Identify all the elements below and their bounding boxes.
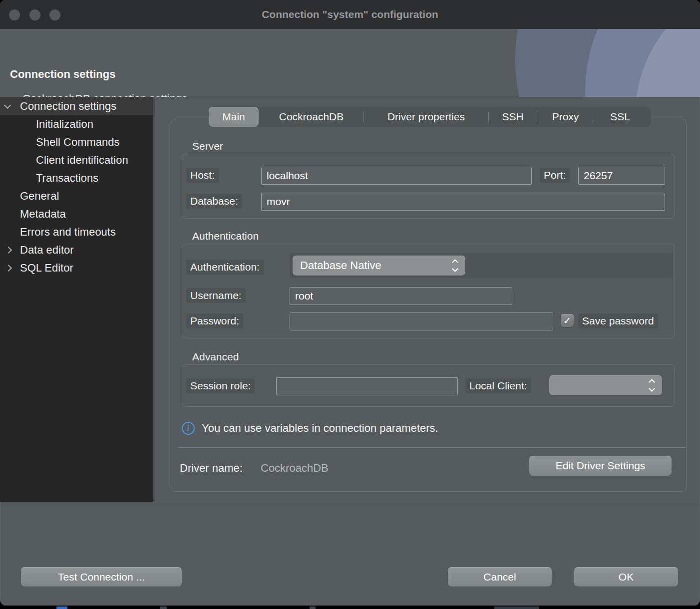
sidebar-item-label: Metadata: [0, 208, 66, 221]
password-input[interactable]: [290, 312, 553, 330]
info-message: You can use variables in connection para…: [202, 422, 438, 435]
sidebar-item-label: Transactions: [0, 172, 98, 185]
save-password-label: Save password: [578, 313, 658, 328]
authentication-select-value: Database Native: [300, 259, 381, 272]
dialog-header: Connection settings CockroachDB connecti…: [0, 29, 700, 97]
chevron-up-down-icon: [451, 256, 459, 276]
background-window-fragment: [56, 607, 67, 609]
titlebar: Connection "system" configuration: [0, 0, 700, 29]
server-group-title: Server: [192, 140, 223, 152]
info-icon: i: [182, 422, 195, 435]
desktop-strip: [0, 606, 700, 609]
host-label: Host:: [186, 168, 219, 183]
sidebar-item-errors-and-timeouts[interactable]: Errors and timeouts: [0, 223, 153, 241]
cancel-button[interactable]: Cancel: [448, 567, 552, 587]
advanced-group-title: Advanced: [192, 351, 239, 363]
tab-ssl[interactable]: SSL: [594, 107, 646, 127]
local-client-select[interactable]: [549, 375, 662, 395]
sidebar-item-general[interactable]: General: [0, 187, 153, 205]
sidebar-item-label: Client identification: [0, 154, 128, 167]
authentication-select[interactable]: Database Native: [293, 256, 465, 276]
sidebar-item-label: Shell Commands: [0, 136, 120, 149]
page-title: Connection settings: [10, 68, 115, 81]
authentication-label: Authentication:: [186, 260, 264, 275]
sidebar-item-shell-commands[interactable]: Shell Commands: [0, 133, 153, 151]
tab-driver-properties[interactable]: Driver properties: [364, 107, 488, 127]
port-label: Port:: [540, 168, 570, 183]
sidebar-item-initialization[interactable]: Initialization: [0, 115, 153, 133]
sidebar-item-metadata[interactable]: Metadata: [0, 205, 153, 223]
edit-driver-settings-button[interactable]: Edit Driver Settings: [529, 456, 672, 476]
tab-ssh[interactable]: SSH: [489, 107, 537, 127]
chevron-up-down-icon: [648, 375, 656, 395]
settings-tree: Connection settings Initialization Shell…: [0, 97, 153, 502]
save-password-checkbox[interactable]: ✓: [561, 314, 574, 327]
ok-button[interactable]: OK: [574, 567, 678, 587]
tab-main[interactable]: Main: [209, 107, 259, 127]
dialog-window: Connection "system" configuration Connec…: [0, 0, 700, 606]
host-input[interactable]: [261, 167, 532, 185]
background-window-fragment: [160, 607, 167, 609]
password-label: Password:: [186, 313, 243, 328]
sidebar-item-label: Errors and timeouts: [0, 226, 116, 239]
sidebar-item-label: Initialization: [0, 118, 93, 131]
sidebar-item-label: General: [0, 190, 59, 203]
local-client-label: Local Client:: [465, 378, 531, 393]
database-label: Database:: [186, 194, 242, 209]
window-title: Connection "system" configuration: [0, 0, 700, 29]
background-window-fragment: [494, 607, 539, 609]
tab-proxy[interactable]: Proxy: [537, 107, 594, 127]
username-label: Username:: [186, 288, 246, 303]
sidebar-item-label: Connection settings: [0, 100, 116, 113]
sidebar-item-connection-settings[interactable]: Connection settings: [0, 97, 153, 115]
username-input[interactable]: [290, 287, 512, 305]
footer-divider: [0, 505, 700, 505]
test-connection-button[interactable]: Test Connection ...: [21, 567, 182, 587]
sidebar-content-divider: [153, 97, 155, 502]
page-subtitle: CockroachDB connection settings: [22, 92, 187, 97]
database-input[interactable]: [261, 193, 665, 211]
port-input[interactable]: [578, 167, 665, 185]
sidebar-item-data-editor[interactable]: Data editor: [0, 241, 153, 259]
connection-tabbar: Main CockroachDB Driver properties SSH P…: [209, 107, 651, 127]
checkmark-icon: ✓: [563, 315, 571, 326]
background-window-fragment: [310, 607, 316, 609]
session-role-input[interactable]: [276, 377, 458, 395]
driver-name-value: CockroachDB: [261, 462, 329, 475]
sidebar-item-client-identification[interactable]: Client identification: [0, 151, 153, 169]
sidebar-item-transactions[interactable]: Transactions: [0, 169, 153, 187]
session-role-label: Session role:: [186, 378, 255, 393]
authentication-group-title: Authentication: [192, 230, 259, 242]
tab-cockroachdb[interactable]: CockroachDB: [259, 107, 363, 127]
sidebar-item-sql-editor[interactable]: SQL Editor: [0, 259, 153, 277]
driver-name-label: Driver name:: [180, 462, 243, 475]
section-divider: [178, 447, 686, 448]
